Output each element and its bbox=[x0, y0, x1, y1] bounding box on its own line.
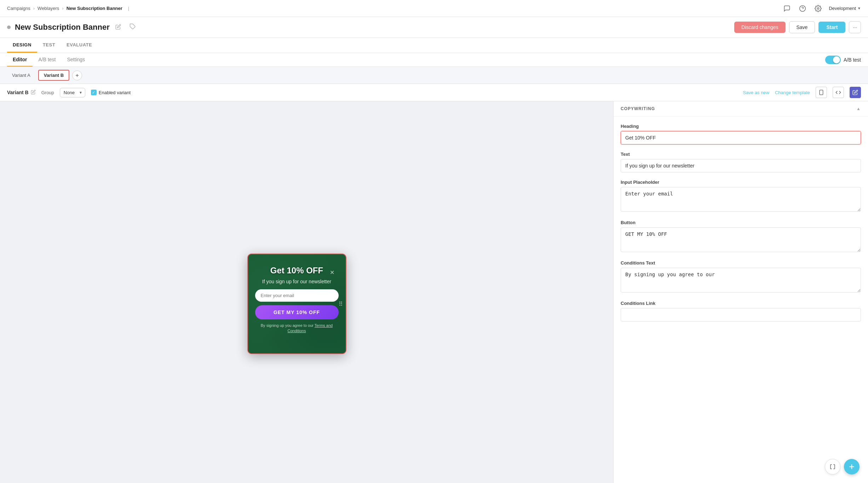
tab-evaluate[interactable]: EVALUATE bbox=[61, 38, 98, 53]
heading-label: Heading bbox=[621, 124, 861, 129]
copywriting-section-header[interactable]: COPYWRITING ▲ bbox=[614, 101, 868, 117]
group-label: Group bbox=[41, 90, 54, 95]
ab-test-label: A/B test bbox=[844, 57, 861, 63]
heading-field-group: Heading bbox=[621, 124, 861, 144]
text-label: Text bbox=[621, 152, 861, 157]
design-view-icon[interactable] bbox=[850, 87, 861, 98]
copywriting-label: COPYWRITING bbox=[621, 106, 655, 111]
discard-changes-button[interactable]: Discard changes bbox=[734, 22, 785, 33]
button-textarea[interactable]: GET MY 10% OFF bbox=[621, 227, 861, 252]
env-chevron-icon: ▼ bbox=[857, 6, 861, 10]
variant-b-label: Variant B bbox=[7, 90, 36, 96]
tab-design[interactable]: DESIGN bbox=[7, 38, 37, 53]
environment-label: Development bbox=[829, 6, 856, 11]
popup-inner: ✕ Get 10% OFF If you sign up for our new… bbox=[248, 254, 346, 353]
breadcrumb-campaigns[interactable]: Campaigns bbox=[7, 6, 30, 11]
variant-edit-icon[interactable] bbox=[31, 90, 36, 96]
variant-toolbar-right: Save as new Change template bbox=[743, 87, 861, 98]
right-panel: COPYWRITING ▲ Heading Text Input Placeho… bbox=[613, 101, 868, 483]
conditions-text-textarea[interactable]: By signing up you agree to our bbox=[621, 268, 861, 292]
save-button[interactable]: Save bbox=[789, 21, 815, 33]
popup-subtext: If you sign up for our newsletter bbox=[255, 279, 339, 284]
add-variant-button[interactable] bbox=[72, 70, 82, 80]
breadcrumb: Campaigns › Weblayers › New Subscription… bbox=[7, 6, 129, 11]
group-select-wrapper: None ▼ bbox=[60, 88, 85, 97]
tab-settings[interactable]: Settings bbox=[61, 53, 91, 67]
header-left: New Subscription Banner bbox=[7, 22, 137, 33]
more-options-button[interactable]: ··· bbox=[849, 21, 861, 33]
popup-content: ✕ Get 10% OFF If you sign up for our new… bbox=[255, 266, 339, 334]
button-field-group: Button GET MY 10% OFF bbox=[621, 220, 861, 253]
chat-icon[interactable] bbox=[782, 4, 792, 13]
tab-ab-test[interactable]: A/B test bbox=[33, 53, 61, 67]
variant-tab-b[interactable]: Variant B bbox=[38, 70, 69, 81]
content-area: ✕ Get 10% OFF If you sign up for our new… bbox=[0, 101, 868, 483]
input-placeholder-label: Input Placeholder bbox=[621, 180, 861, 185]
breadcrumb-sep-1: › bbox=[33, 6, 35, 11]
code-view-icon[interactable] bbox=[833, 87, 844, 98]
top-nav: Campaigns › Weblayers › New Subscription… bbox=[0, 0, 868, 17]
popup-preview: ✕ Get 10% OFF If you sign up for our new… bbox=[247, 254, 346, 354]
button-label: Button bbox=[621, 220, 861, 225]
ab-test-toggle: A/B test bbox=[825, 56, 861, 64]
bracket-button[interactable] bbox=[825, 459, 840, 475]
input-placeholder-textarea[interactable]: Enter your email bbox=[621, 187, 861, 212]
popup-close-icon[interactable]: ✕ bbox=[330, 269, 334, 276]
conditions-link-input[interactable] bbox=[621, 308, 861, 322]
enabled-variant-label: Enabled variant bbox=[99, 90, 131, 95]
section-chevron-icon: ▲ bbox=[856, 106, 861, 111]
drag-handle-icon[interactable]: ⠿ bbox=[339, 301, 343, 307]
page-title: New Subscription Banner bbox=[15, 23, 110, 32]
text-input[interactable] bbox=[621, 159, 861, 172]
breadcrumb-sep-2: › bbox=[62, 6, 63, 11]
canvas-area: ✕ Get 10% OFF If you sign up for our new… bbox=[0, 101, 613, 483]
popup-terms-text: By signing up you agree to our Terms and… bbox=[255, 323, 339, 334]
variant-tab-a[interactable]: Variant A bbox=[7, 70, 35, 80]
conditions-text-label: Conditions Text bbox=[621, 260, 861, 266]
help-icon[interactable] bbox=[798, 4, 807, 13]
svg-point-2 bbox=[817, 7, 819, 9]
conditions-link-field-group: Conditions Link bbox=[621, 301, 861, 322]
settings-icon[interactable] bbox=[813, 4, 823, 13]
breadcrumb-current: New Subscription Banner bbox=[67, 6, 122, 11]
text-field-group: Text bbox=[621, 152, 861, 172]
breadcrumb-weblayers[interactable]: Weblayers bbox=[38, 6, 59, 11]
sub-tabs: Editor A/B test Settings A/B test bbox=[0, 53, 868, 67]
popup-terms-link[interactable]: Terms and Conditions bbox=[288, 323, 333, 333]
variant-toolbar: Variant B Group None ▼ ✓ Enabled variant… bbox=[0, 84, 868, 101]
popup-email-input[interactable] bbox=[255, 289, 339, 302]
mobile-view-icon[interactable] bbox=[816, 87, 827, 98]
ab-test-toggle-switch[interactable] bbox=[825, 56, 841, 64]
top-nav-right: Development ▼ bbox=[782, 4, 861, 13]
conditions-link-label: Conditions Link bbox=[621, 301, 861, 306]
add-section-button[interactable] bbox=[844, 459, 860, 475]
sub-tabs-left: Editor A/B test Settings bbox=[7, 53, 91, 67]
popup-cta-button[interactable]: GET MY 10% OFF bbox=[255, 305, 339, 319]
input-placeholder-field-group: Input Placeholder Enter your email bbox=[621, 180, 861, 213]
header-right: Discard changes Save Start ··· bbox=[734, 21, 861, 33]
environment-selector[interactable]: Development ▼ bbox=[829, 6, 861, 11]
panel-bottom-actions bbox=[825, 459, 860, 475]
conditions-text-field-group: Conditions Text By signing up you agree … bbox=[621, 260, 861, 294]
variant-tabs: Variant A Variant B bbox=[0, 67, 868, 84]
tab-editor[interactable]: Editor bbox=[7, 53, 33, 67]
group-select[interactable]: None bbox=[60, 88, 85, 97]
status-dot bbox=[7, 25, 11, 29]
tab-test[interactable]: TEST bbox=[37, 38, 61, 53]
panel-body: Heading Text Input Placeholder Enter you… bbox=[614, 117, 868, 336]
enabled-variant-checkbox[interactable]: ✓ Enabled variant bbox=[91, 90, 131, 95]
tag-icon[interactable] bbox=[128, 22, 137, 33]
checkbox-checked-icon: ✓ bbox=[91, 90, 97, 95]
popup-heading: Get 10% OFF bbox=[255, 266, 339, 276]
save-as-new-button[interactable]: Save as new bbox=[743, 90, 769, 95]
start-button[interactable]: Start bbox=[818, 22, 845, 33]
change-template-button[interactable]: Change template bbox=[775, 90, 810, 95]
svg-point-0 bbox=[800, 5, 806, 11]
header-bar: New Subscription Banner Discard changes … bbox=[0, 17, 868, 38]
title-edit-icon[interactable] bbox=[114, 23, 122, 32]
main-tabs: DESIGN TEST EVALUATE bbox=[0, 38, 868, 53]
heading-input[interactable] bbox=[621, 131, 861, 144]
breadcrumb-divider: | bbox=[128, 6, 129, 11]
